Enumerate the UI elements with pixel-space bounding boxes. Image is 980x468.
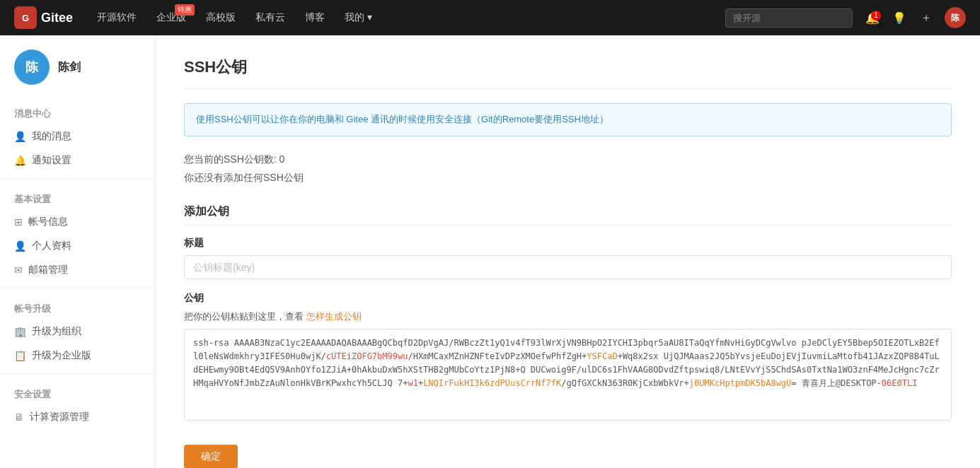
user-avatar[interactable]: 陈 bbox=[945, 7, 966, 28]
nav-mine[interactable]: 我的 ▾ bbox=[335, 0, 382, 35]
person-icon: 👤 bbox=[14, 131, 26, 142]
brand[interactable]: G Gitee bbox=[14, 6, 73, 29]
sidebar-item-account-info[interactable]: ⊞ 帐号信息 bbox=[0, 210, 155, 234]
sidebar-item-profile[interactable]: 👤 个人资料 bbox=[0, 234, 155, 258]
key-red-2: w1 bbox=[408, 378, 417, 388]
nav-university[interactable]: 高校版 bbox=[196, 0, 246, 35]
sidebar: 陈 陈剑 消息中心 👤 我的消息 🔔 通知设置 基本设置 ⊞ 帐号信息 👤 个人… bbox=[0, 35, 156, 468]
sidebar-item-upgrade-org[interactable]: 🏢 升级为组织 bbox=[0, 320, 155, 344]
section-title-basic: 基本设置 bbox=[0, 185, 155, 210]
nav-icons: 🔔 1 💡 ＋ 陈 bbox=[861, 6, 966, 29]
key-red-1: cUTEiZOFG7bM99wu bbox=[326, 351, 408, 361]
key-mid-4: /gQfGXCkN363R0KjCxbWbkVr+ bbox=[561, 378, 689, 388]
section-title-security: 安全设置 bbox=[0, 380, 155, 405]
main-content: SSH公钥 使用SSH公钥可以让你在你的电脑和 Gitee 通讯的时候使用安全连… bbox=[156, 35, 980, 468]
nav-open-source[interactable]: 开源软件 bbox=[87, 0, 146, 35]
key-orange-3: j0UMKcHptpmDK5bA8wgU bbox=[689, 378, 792, 388]
navbar: G Gitee 开源软件 企业版 特惠 高校版 私有云 博客 我的 ▾ 🔔 1 … bbox=[0, 0, 980, 35]
notification-count: 1 bbox=[871, 11, 881, 21]
add-icon[interactable]: ＋ bbox=[915, 6, 938, 29]
title-label: 标题 bbox=[184, 237, 952, 250]
sidebar-user: 陈 陈剑 bbox=[0, 49, 155, 99]
key-suffix: = 青喜月上@DESKTOP- bbox=[791, 378, 881, 388]
pubkey-label: 公钥 bbox=[184, 292, 952, 305]
key-orange-2: LNQIrFukHI3k6zdPUusCrrNf7fK bbox=[423, 378, 561, 388]
nav-blog[interactable]: 博客 bbox=[295, 0, 335, 35]
bell-icon: 🔔 bbox=[14, 155, 26, 166]
key-orange-1: YSFCaD bbox=[587, 351, 617, 361]
profile-icon: 👤 bbox=[14, 240, 26, 252]
sidebar-username: 陈剑 bbox=[58, 60, 81, 75]
sidebar-item-email[interactable]: ✉ 邮箱管理 bbox=[0, 258, 155, 282]
notification-bell[interactable]: 🔔 1 bbox=[861, 6, 884, 29]
divider-2 bbox=[0, 288, 155, 288]
enterprise-icon: 📋 bbox=[14, 350, 26, 361]
gitee-logo-icon: G bbox=[14, 6, 37, 29]
key-textarea[interactable]: ssh-rsa AAAAB3NzaC1yc2EAAAADAQABAAABgQCb… bbox=[184, 329, 952, 421]
sidebar-item-upgrade-enterprise[interactable]: 📋 升级为企业版 bbox=[0, 344, 155, 368]
sidebar-item-notify-settings[interactable]: 🔔 通知设置 bbox=[0, 148, 155, 172]
divider-3 bbox=[0, 373, 155, 374]
no-ssh-text: 你还没有添加任何SSH公钥 bbox=[184, 172, 952, 185]
section-title-messages: 消息中心 bbox=[0, 99, 155, 124]
title-input[interactable] bbox=[184, 255, 952, 279]
key-mid-1: /HXmMCaxMZnHZNFteIvDPzXMOefwPhfZgH+ bbox=[408, 351, 587, 361]
divider-1 bbox=[0, 178, 155, 179]
sidebar-avatar: 陈 bbox=[14, 49, 50, 85]
pubkey-form-group: 公钥 把你的公钥粘贴到这里，查看 怎样生成公钥 ssh-rsa AAAAB3Nz… bbox=[184, 292, 952, 421]
confirm-button[interactable]: 确定 bbox=[184, 445, 238, 468]
computer-icon: 🖥 bbox=[14, 411, 24, 423]
sidebar-item-my-messages[interactable]: 👤 我的消息 bbox=[0, 124, 155, 148]
pubkey-hint: 把你的公钥粘贴到这里，查看 怎样生成公钥 bbox=[184, 310, 952, 323]
grid-icon: ⊞ bbox=[14, 216, 23, 228]
main-layout: 陈 陈剑 消息中心 👤 我的消息 🔔 通知设置 基本设置 ⊞ 帐号信息 👤 个人… bbox=[0, 35, 980, 468]
key-red-3: 06E0TLI bbox=[882, 378, 918, 388]
nav-enterprise[interactable]: 企业版 特惠 bbox=[146, 0, 196, 35]
add-key-title: 添加公钥 bbox=[184, 204, 952, 226]
brand-name: Gitee bbox=[41, 11, 73, 25]
generate-key-link[interactable]: 怎样生成公钥 bbox=[306, 311, 362, 322]
search-input[interactable] bbox=[725, 8, 853, 28]
page-title: SSH公钥 bbox=[184, 57, 952, 89]
ssh-count: 您当前的SSH公钥数: 0 bbox=[184, 153, 952, 166]
title-form-group: 标题 bbox=[184, 237, 952, 279]
info-box: 使用SSH公钥可以让你在你的电脑和 Gitee 通讯的时候使用安全连接（Git的… bbox=[184, 103, 952, 136]
org-icon: 🏢 bbox=[14, 326, 26, 337]
section-title-upgrade: 帐号升级 bbox=[0, 294, 155, 320]
special-badge: 特惠 bbox=[175, 4, 195, 16]
nav-private-cloud[interactable]: 私有云 bbox=[246, 0, 295, 35]
mail-icon: ✉ bbox=[14, 264, 23, 276]
lightbulb-icon[interactable]: 💡 bbox=[888, 6, 911, 29]
sidebar-item-resource-manage[interactable]: 🖥 计算资源管理 bbox=[0, 405, 155, 429]
